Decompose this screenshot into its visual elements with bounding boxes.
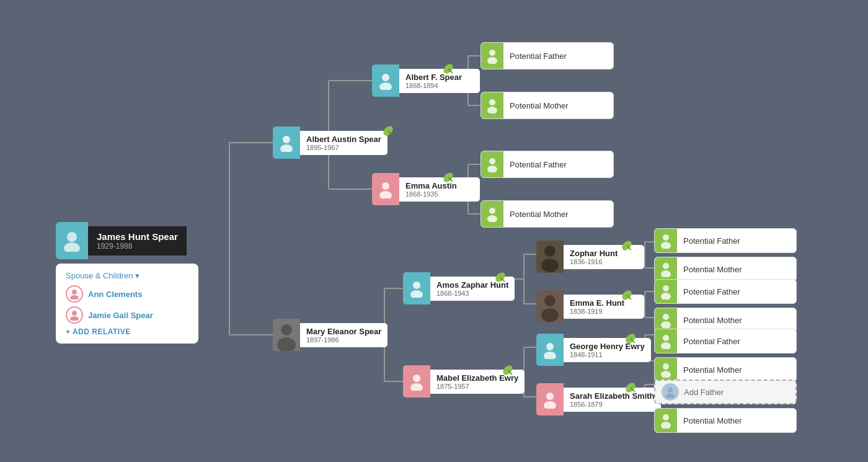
potential-ea-father[interactable]: Potential Father: [480, 151, 614, 178]
pot-zophar-father-avatar: [655, 228, 677, 253]
potential-sarah-mother[interactable]: Potential Mother: [654, 408, 797, 433]
sarah-dates: 1856-1879: [570, 401, 655, 408]
svg-point-53: [379, 82, 392, 90]
leaf-emma-austin: [441, 171, 455, 187]
emma-austin-avatar: [372, 173, 399, 205]
svg-point-64: [489, 158, 495, 164]
pot-george-father-avatar: [655, 329, 677, 353]
spouse-children-label: Spouse & Children: [66, 271, 133, 280]
potential-zophar-father[interactable]: Potential Father: [654, 228, 797, 253]
jamie-name: Jamie Gail Spear: [88, 311, 153, 320]
svg-point-107: [663, 363, 669, 370]
svg-point-102: [661, 293, 671, 300]
svg-point-60: [489, 50, 495, 56]
albert-austin-avatar: [273, 127, 300, 159]
svg-point-81: [541, 259, 559, 272]
potential-george-mother[interactable]: Potential Mother: [654, 357, 797, 382]
spouse-children-toggle[interactable]: Spouse & Children ▾: [66, 271, 188, 280]
relative-jamie[interactable]: Jamie Gail Spear: [66, 306, 188, 324]
albert-f-dates: 1868-1894: [405, 82, 474, 89]
add-father-label: Add Father: [684, 388, 724, 397]
svg-point-45: [64, 242, 80, 252]
leaf-zophar: [620, 239, 634, 255]
card-albert-austin[interactable]: Albert Austin Spear 1895-1967: [273, 127, 388, 159]
svg-point-65: [487, 166, 497, 172]
pot-ea-mother-avatar: [481, 200, 503, 228]
potential-ea-mother[interactable]: Potential Mother: [480, 200, 614, 228]
svg-point-93: [546, 393, 554, 400]
potential-emma-hunt-father[interactable]: Potential Father: [654, 279, 797, 304]
subject-avatar: [56, 222, 88, 259]
svg-point-49: [70, 316, 79, 321]
mary-name: Mary Eleanor Spear: [306, 327, 381, 336]
svg-point-85: [544, 295, 556, 306]
pot-sarah-mother-avatar: [655, 408, 677, 433]
svg-point-111: [663, 414, 669, 420]
mabel-dates: 1875-1957: [436, 383, 518, 390]
emma-hunt-dates: 1838-1919: [570, 308, 638, 315]
family-tree: James Hunt Spear 1929-1988 Spouse & Chil…: [0, 0, 868, 462]
ann-avatar: [66, 285, 83, 303]
svg-point-71: [413, 282, 420, 289]
sarah-info: Sarah Elizabeth Smith 1856-1879: [564, 388, 661, 412]
mary-avatar: [273, 319, 300, 351]
leaf-amos: [494, 270, 507, 287]
potential-george-father[interactable]: Potential Father: [654, 329, 797, 353]
leaf-albert-f: [441, 62, 455, 78]
emma-austin-info: Emma Austin 1868-1935: [399, 177, 480, 202]
subject-name: James Hunt Spear: [97, 231, 178, 242]
zophar-avatar: [536, 241, 564, 273]
svg-point-109: [668, 388, 673, 393]
potential-af-mother[interactable]: Potential Mother: [480, 92, 614, 119]
amos-avatar: [403, 272, 430, 304]
svg-point-105: [663, 335, 669, 341]
pot-zophar-mother-avatar: [655, 257, 677, 282]
card-sarah[interactable]: Sarah Elizabeth Smith 1856-1879: [536, 383, 661, 415]
albert-austin-info: Albert Austin Spear 1895-1967: [300, 131, 388, 155]
svg-point-75: [413, 375, 420, 382]
pot-george-mother-avatar: [655, 357, 677, 382]
svg-point-97: [663, 234, 669, 241]
svg-point-99: [663, 263, 669, 269]
emma-austin-name: Emma Austin: [405, 181, 474, 190]
add-father-button[interactable]: Add Father: [654, 380, 797, 404]
pot-af-mother-label: Potential Mother: [503, 101, 575, 110]
svg-point-101: [663, 285, 669, 291]
subject-info: James Hunt Spear 1929-1988: [88, 226, 187, 255]
svg-point-47: [70, 295, 79, 300]
relative-ann[interactable]: Ann Clements: [66, 285, 188, 303]
leaf-emma-hunt: [620, 288, 634, 304]
card-mary[interactable]: Mary Eleanor Spear 1897-1986: [273, 319, 388, 351]
add-relative-button[interactable]: + ADD RELATIVE: [66, 327, 188, 336]
pot-af-father-avatar: [481, 42, 503, 69]
svg-point-98: [661, 242, 671, 249]
svg-point-90: [544, 352, 556, 359]
svg-point-103: [663, 314, 669, 320]
potential-af-father[interactable]: Potential Father: [480, 42, 614, 69]
sarah-avatar: [536, 383, 564, 415]
potential-zophar-mother[interactable]: Potential Mother: [654, 257, 797, 282]
ann-name: Ann Clements: [88, 290, 142, 299]
svg-point-57: [379, 191, 392, 198]
emma-hunt-avatar: [536, 290, 564, 322]
svg-point-108: [661, 371, 671, 378]
mary-dates: 1897-1986: [306, 336, 381, 344]
svg-point-110: [666, 394, 675, 398]
card-emma-austin[interactable]: Emma Austin 1868-1935: [372, 173, 480, 205]
card-albert-f[interactable]: Albert F. Spear 1868-1894: [372, 64, 480, 97]
george-dates: 1848-1911: [570, 351, 645, 358]
svg-point-69: [281, 324, 292, 335]
albert-austin-name: Albert Austin Spear: [306, 135, 381, 144]
svg-point-112: [661, 422, 671, 429]
svg-point-100: [661, 270, 671, 277]
svg-point-86: [541, 308, 559, 322]
zophar-dates: 1836-1916: [570, 258, 638, 265]
albert-f-avatar: [372, 64, 399, 97]
pot-emma-hunt-mother-label: Potential Mother: [677, 316, 748, 325]
svg-point-50: [283, 136, 290, 143]
pot-af-father-label: Potential Father: [503, 51, 573, 61]
albert-f-info: Albert F. Spear 1868-1894: [399, 69, 480, 93]
subject-card[interactable]: James Hunt Spear 1929-1988: [56, 222, 223, 259]
leaf-albert-austin: [381, 124, 395, 140]
pot-ea-father-avatar: [481, 151, 503, 178]
